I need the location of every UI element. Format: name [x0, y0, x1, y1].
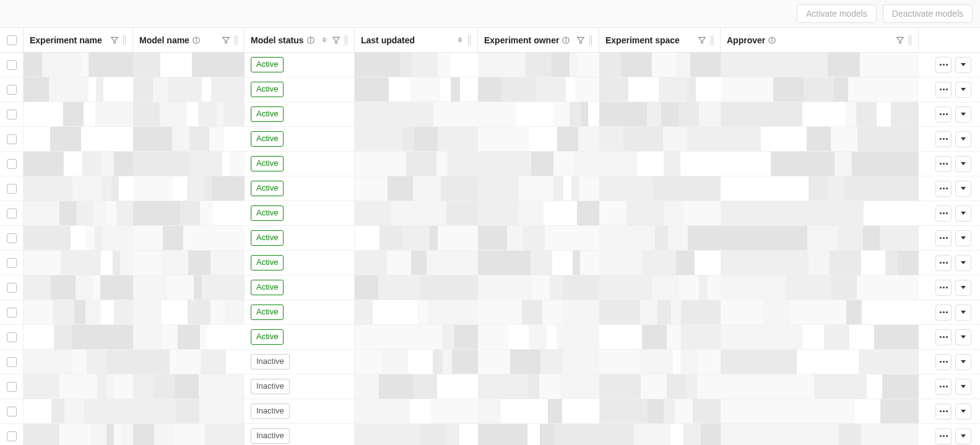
row-more-button[interactable]	[935, 428, 952, 444]
row-checkbox-cell[interactable]	[0, 399, 24, 423]
row-checkbox-cell[interactable]	[0, 53, 24, 77]
row-checkbox-cell[interactable]	[0, 176, 24, 201]
row-checkbox-cell[interactable]	[0, 201, 24, 225]
row-more-button[interactable]	[935, 181, 952, 197]
row-checkbox-cell[interactable]	[0, 424, 24, 445]
row-more-button[interactable]	[935, 156, 952, 172]
row-checkbox-cell[interactable]	[0, 275, 24, 300]
column-resize-handle[interactable]	[123, 35, 126, 45]
row-more-button[interactable]	[935, 82, 952, 98]
row-checkbox-cell[interactable]	[0, 251, 24, 275]
redacted-placeholder	[355, 152, 478, 176]
header-experiment-name[interactable]: Experiment name	[24, 28, 133, 52]
filter-icon[interactable]	[698, 36, 706, 45]
redacted-placeholder	[355, 350, 478, 374]
row-checkbox-cell[interactable]	[0, 102, 24, 126]
header-experiment-space[interactable]: Experiment space	[599, 28, 721, 52]
header-approver[interactable]: Approver	[721, 28, 919, 52]
row-more-button[interactable]	[935, 354, 952, 370]
row-more-button[interactable]	[935, 379, 952, 395]
header-experiment-owner[interactable]: Experiment owner	[478, 28, 599, 52]
row-expand-button[interactable]	[955, 230, 971, 246]
redacted-placeholder	[133, 251, 245, 275]
row-expand-button[interactable]	[955, 181, 971, 197]
row-more-button[interactable]	[935, 329, 952, 345]
row-expand-button[interactable]	[955, 379, 971, 395]
row-expand-button[interactable]	[955, 255, 971, 271]
info-icon[interactable]	[306, 36, 315, 45]
row-checkbox-cell[interactable]	[0, 300, 24, 324]
cell-experiment-owner	[478, 300, 599, 324]
cell-actions	[919, 374, 980, 399]
column-resize-handle[interactable]	[344, 35, 348, 45]
info-icon[interactable]	[192, 36, 201, 45]
filter-icon[interactable]	[896, 36, 904, 45]
redacted-placeholder	[478, 325, 599, 349]
redacted-placeholder	[478, 275, 599, 300]
column-resize-handle[interactable]	[467, 35, 471, 45]
row-expand-button[interactable]	[955, 131, 971, 147]
row-more-button[interactable]	[935, 404, 952, 420]
row-expand-button[interactable]	[955, 354, 971, 370]
redacted-placeholder	[133, 325, 245, 349]
filter-icon[interactable]	[222, 36, 230, 45]
info-icon[interactable]	[562, 36, 570, 45]
row-expand-button[interactable]	[955, 280, 971, 296]
row-expand-button[interactable]	[955, 428, 971, 444]
row-more-button[interactable]	[935, 131, 952, 147]
chevron-down-icon	[961, 286, 966, 289]
row-expand-button[interactable]	[955, 106, 971, 123]
chevron-down-icon	[961, 212, 966, 215]
row-checkbox-cell[interactable]	[0, 226, 24, 250]
column-resize-handle[interactable]	[589, 35, 592, 45]
row-more-button[interactable]	[935, 106, 952, 123]
chevron-down-icon	[961, 360, 966, 363]
filter-icon[interactable]	[110, 36, 119, 45]
status-badge: Inactive	[251, 354, 290, 369]
row-checkbox-cell[interactable]	[0, 325, 24, 349]
row-expand-button[interactable]	[955, 404, 971, 420]
row-more-button[interactable]	[935, 255, 952, 271]
sort-icon[interactable]	[456, 36, 464, 45]
cell-model-status: Inactive	[245, 374, 355, 399]
filter-icon[interactable]	[576, 36, 585, 45]
header-model-status[interactable]: Model status	[245, 28, 355, 52]
row-checkbox-cell[interactable]	[0, 374, 24, 399]
filter-icon[interactable]	[332, 36, 340, 45]
header-select-all[interactable]	[0, 28, 24, 52]
sort-icon[interactable]	[321, 36, 328, 45]
svg-marker-13	[699, 37, 706, 43]
header-model-name[interactable]: Model name	[133, 28, 245, 52]
row-checkbox-cell[interactable]	[0, 350, 24, 374]
row-expand-button[interactable]	[955, 305, 971, 321]
row-checkbox-cell[interactable]	[0, 152, 24, 176]
row-expand-button[interactable]	[955, 205, 971, 222]
column-resize-handle[interactable]	[710, 35, 714, 45]
column-resize-handle[interactable]	[234, 35, 238, 45]
row-checkbox-cell[interactable]	[0, 127, 24, 151]
row-expand-button[interactable]	[955, 82, 971, 98]
cell-experiment-space	[599, 152, 721, 176]
row-more-button[interactable]	[935, 305, 952, 321]
deactivate-models-button[interactable]: Deactivate models	[883, 4, 973, 23]
row-expand-button[interactable]	[955, 156, 971, 172]
row-expand-button[interactable]	[955, 329, 971, 345]
cell-actions	[919, 275, 980, 300]
row-expand-button[interactable]	[955, 57, 971, 73]
header-last-updated[interactable]: Last updated	[355, 28, 478, 52]
row-checkbox-cell[interactable]	[0, 77, 24, 102]
row-more-button[interactable]	[935, 57, 952, 73]
redacted-placeholder	[24, 350, 133, 374]
row-more-button[interactable]	[935, 280, 952, 296]
row-more-button[interactable]	[935, 205, 952, 222]
activate-models-button[interactable]: Activate models	[797, 4, 877, 23]
redacted-placeholder	[24, 201, 133, 225]
cell-last-updated	[355, 350, 478, 374]
column-resize-handle[interactable]	[908, 35, 912, 45]
info-icon[interactable]	[768, 36, 776, 45]
redacted-placeholder	[721, 127, 919, 151]
cell-approver	[721, 374, 919, 399]
row-more-button[interactable]	[935, 230, 952, 246]
redacted-placeholder	[599, 176, 721, 201]
chevron-down-icon	[961, 187, 966, 190]
